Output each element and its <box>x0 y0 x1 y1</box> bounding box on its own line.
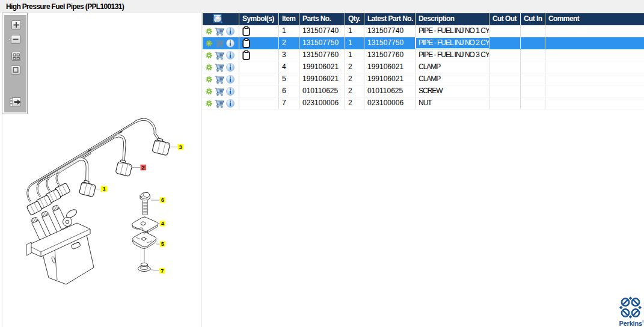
svg-text:2: 2 <box>142 165 145 171</box>
svg-text:6: 6 <box>161 197 164 203</box>
svg-text:3: 3 <box>179 144 182 150</box>
svg-text:7: 7 <box>161 268 164 274</box>
svg-text:5: 5 <box>161 241 164 247</box>
svg-text:Perkins: Perkins <box>619 320 642 327</box>
svg-text:4: 4 <box>161 221 164 227</box>
svg-text:1: 1 <box>103 186 106 192</box>
